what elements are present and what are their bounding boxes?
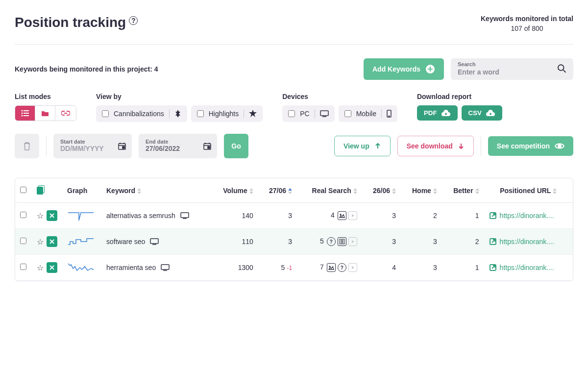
plus-circle-icon: [425, 64, 435, 74]
external-link-icon: [489, 264, 497, 271]
row-checkbox[interactable]: [20, 264, 26, 270]
volume-cell: 1300: [211, 255, 258, 281]
see-competition-button[interactable]: See competition: [488, 136, 573, 156]
svg-rect-28: [181, 213, 189, 218]
search-input[interactable]: [458, 68, 547, 76]
col-better[interactable]: Better: [442, 178, 484, 203]
list-mode-link[interactable]: [55, 106, 76, 121]
better-cell: 1: [442, 203, 484, 229]
col-url[interactable]: Positioned URL: [484, 178, 573, 203]
cannibalization-badge[interactable]: [47, 262, 57, 273]
search-icon[interactable]: [557, 64, 566, 74]
cannibalizations-checkbox[interactable]: [102, 110, 109, 117]
svg-rect-2: [428, 69, 433, 70]
list-modes-toggle: [15, 105, 76, 121]
favorite-star[interactable]: ☆: [37, 237, 44, 246]
svg-rect-44: [161, 265, 169, 270]
serp-video-icon: [348, 211, 357, 220]
better-cell: 1: [442, 255, 484, 281]
serp-question-icon: ?: [327, 237, 336, 246]
device-mobile[interactable]: Mobile: [339, 105, 397, 122]
go-button[interactable]: Go: [224, 134, 248, 158]
table-row: ☆ alternativas a semrush 140 3 4 3 2 1 h…: [15, 203, 573, 229]
select-all-checkbox[interactable]: [20, 187, 26, 193]
cannibalization-badge[interactable]: [47, 210, 57, 221]
keyword-cell[interactable]: software seo: [106, 238, 206, 245]
col-date-current[interactable]: 27/06: [258, 178, 297, 203]
positioned-url-link[interactable]: https://dinorank....: [489, 238, 563, 245]
keyword-cell[interactable]: alternativas a semrush: [106, 212, 206, 220]
home-cell: 2: [401, 203, 442, 229]
positioned-url-link[interactable]: https://dinorank....: [489, 212, 563, 220]
arrow-down-icon: [458, 143, 465, 149]
device-pc[interactable]: PC: [282, 105, 334, 122]
monitor-total: Keywords monitored in total 107 of 800: [481, 15, 573, 32]
serp-image-icon: [327, 263, 336, 272]
desktop-icon: [320, 110, 329, 117]
table-row: ☆ software seo 110 3 5? 3 3 2 https://di…: [15, 229, 573, 255]
cannibalization-badge[interactable]: [47, 236, 57, 247]
volume-cell: 110: [211, 229, 258, 255]
desktop-icon: [161, 264, 170, 271]
row-checkbox[interactable]: [20, 238, 26, 244]
star-icon: [249, 110, 257, 118]
page-title: Position tracking ?: [15, 15, 138, 30]
sparkline: [67, 209, 95, 222]
see-download-button[interactable]: See download: [397, 136, 474, 156]
row-checkbox[interactable]: [20, 212, 26, 218]
position-current-cell: 3: [258, 203, 297, 229]
monitored-count: Keywords being monitored in this project…: [15, 65, 158, 73]
serp-video-icon: [348, 237, 357, 246]
keyword-cell[interactable]: herramienta seo: [106, 264, 206, 271]
download-pdf-button[interactable]: PDF: [417, 105, 458, 121]
add-keywords-button[interactable]: Add Keywords: [364, 58, 444, 80]
svg-rect-19: [122, 147, 124, 148]
sparkline: [67, 235, 95, 248]
help-icon[interactable]: ?: [129, 16, 138, 25]
arrow-up-icon: [374, 143, 381, 149]
svg-point-46: [329, 266, 330, 267]
view-cannibalizations[interactable]: Cannibalizations: [96, 105, 187, 122]
desktop-icon: [150, 238, 159, 245]
desktop-icon: [180, 212, 189, 219]
list-mode-folder[interactable]: [35, 106, 55, 121]
col-real-search[interactable]: Real Search: [297, 178, 362, 203]
svg-rect-24: [208, 147, 210, 148]
keywords-table: Graph Keyword Volume 27/06 Real Search 2…: [15, 178, 573, 281]
svg-point-5: [22, 110, 23, 112]
delete-button[interactable]: [15, 134, 39, 158]
svg-point-30: [340, 214, 341, 215]
view-highlights[interactable]: Highlights: [191, 105, 263, 122]
col-volume[interactable]: Volume: [211, 178, 258, 203]
serp-video-icon: [348, 263, 357, 272]
position-current-cell: 5-1: [258, 255, 297, 281]
real-search-cell: 5?: [297, 229, 362, 255]
highlights-checkbox[interactable]: [197, 110, 204, 117]
col-home[interactable]: Home: [401, 178, 442, 203]
end-date-input[interactable]: End date 27/06/2022: [139, 134, 217, 158]
col-keyword[interactable]: Keyword: [101, 178, 211, 203]
position-prev-cell: 3: [362, 229, 401, 255]
col-graph[interactable]: Graph: [62, 178, 101, 203]
positioned-url-link[interactable]: https://dinorank....: [489, 264, 563, 271]
download-csv-button[interactable]: CSV: [462, 105, 502, 121]
svg-line-4: [563, 70, 565, 73]
calendar-icon: [118, 142, 126, 150]
view-up-button[interactable]: View up: [334, 136, 391, 156]
mobile-checkbox[interactable]: [344, 110, 351, 117]
favorite-star[interactable]: ☆: [37, 263, 44, 272]
sparkline: [67, 261, 95, 274]
calendar-icon: [203, 142, 211, 150]
pc-checkbox[interactable]: [288, 110, 295, 117]
search-box[interactable]: Search: [451, 58, 573, 80]
copy-icon[interactable]: [37, 185, 45, 194]
external-link-icon: [489, 238, 497, 245]
list-mode-list[interactable]: [15, 106, 35, 121]
col-date-prev[interactable]: 26/06: [362, 178, 401, 203]
start-date-input[interactable]: Start date DD/MM/YYYY: [53, 134, 132, 158]
real-search-cell: 4: [297, 203, 362, 229]
favorite-star[interactable]: ☆: [37, 211, 44, 220]
table-row: ☆ herramienta seo 1300 5-1 7? 4 3 1 http…: [15, 255, 573, 281]
svg-rect-34: [150, 239, 158, 244]
cloud-download-icon: [486, 110, 495, 117]
